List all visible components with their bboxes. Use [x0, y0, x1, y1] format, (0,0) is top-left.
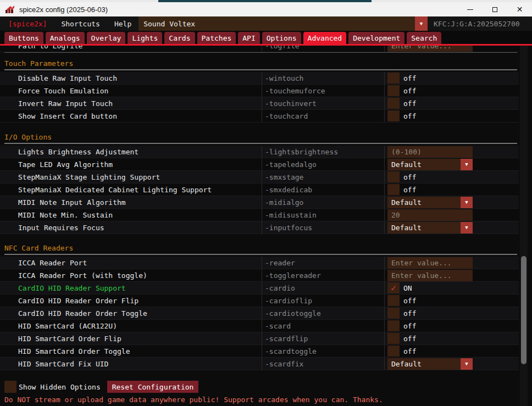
reset-configuration-button[interactable]: Reset Configuration	[107, 381, 199, 393]
row-label: ICCA Reader Port (with toggle)	[0, 269, 262, 281]
clipped-row: Path to Logfile -logfile Enter value...	[0, 46, 532, 52]
table-row: HID SmartCard Order Flip -scardflip off	[0, 332, 519, 345]
checkbox-state-label: off	[403, 99, 416, 108]
menu-item-game[interactable]: Sound Voltex	[138, 16, 415, 31]
chevron-down-icon[interactable]: ▼	[461, 197, 473, 208]
text-input[interactable]: (0-100)	[387, 146, 473, 158]
checkbox-state-label: off	[403, 309, 416, 318]
row-label: CardIO HID Reader Support	[0, 282, 262, 294]
row-param: -inputfocus	[262, 221, 385, 233]
checkbox[interactable]	[387, 184, 400, 195]
menu-item-shortcuts[interactable]: Shortcuts	[54, 16, 107, 31]
checkbox[interactable]	[387, 308, 400, 319]
tab-analogs[interactable]: Analogs	[46, 32, 85, 44]
row-param: -midisustain	[262, 209, 385, 221]
dropdown[interactable]: Default▼	[387, 159, 473, 170]
row-separator	[4, 52, 517, 53]
checkbox[interactable]	[387, 333, 400, 344]
checkbox[interactable]	[387, 73, 400, 84]
minimize-button[interactable]	[458, 2, 483, 16]
row-label: Force Touch Emulation	[0, 85, 262, 97]
row-param: -lightsbrightness	[262, 146, 385, 158]
scrollbar-thumb[interactable]	[521, 256, 527, 364]
checkbox-state-label: off	[403, 173, 416, 181]
row-label: Show Insert Card button	[0, 110, 262, 122]
row-param: -touchinvert	[262, 97, 385, 109]
checkbox[interactable]	[387, 320, 400, 331]
menu-item-spice2x[interactable]: [spice2x]	[0, 16, 54, 31]
row-param: -reader	[262, 257, 385, 269]
section-header-io-options: I/O Options	[0, 132, 532, 143]
window-title: spice2x config (2025-06-03)	[19, 5, 108, 14]
row-param: -scardtoggle	[262, 345, 385, 357]
check-icon: ✓	[391, 283, 396, 293]
checkbox-state-label: off	[403, 297, 416, 305]
table-row: ICCA Reader Port -reader Enter value...	[0, 257, 519, 269]
text-input[interactable]: Enter value...	[387, 257, 473, 269]
checkbox[interactable]	[387, 110, 400, 121]
dropdown[interactable]: Default▼	[387, 197, 473, 208]
row-param: -wintouch	[262, 72, 385, 84]
close-button[interactable]: ✕	[507, 2, 532, 16]
tab-lights[interactable]: Lights	[128, 32, 162, 44]
section-rows: Lights Brightness Adjustment -lightsbrig…	[0, 146, 519, 234]
tab-advanced[interactable]: Advanced	[303, 32, 347, 44]
section-rule	[4, 69, 517, 70]
row-label: HID SmartCard Order Flip	[0, 332, 262, 344]
chevron-down-icon[interactable]: ▼	[461, 358, 473, 370]
chevron-down-icon[interactable]: ▼	[461, 222, 473, 233]
checkbox[interactable]	[387, 85, 400, 96]
tab-overlay[interactable]: Overlay	[87, 32, 126, 44]
table-row: Invert Raw Input Touch -touchinvert off	[0, 97, 519, 110]
section-header-nfc-card-readers: NFC Card Readers	[0, 243, 532, 254]
row-label: HID SmartCard Order Toggle	[0, 345, 262, 357]
row-label: HID SmartCard (ACR122U)	[0, 320, 262, 332]
bottom-bar: Show Hidden Options Reset Configuration	[0, 381, 532, 393]
tab-buttons[interactable]: Buttons	[4, 32, 43, 44]
tab-development[interactable]: Development	[348, 32, 404, 44]
checkbox[interactable]	[387, 346, 400, 357]
row-label: ICCA Reader Port	[0, 257, 262, 269]
checkbox-state-label: off	[403, 347, 416, 355]
dropdown[interactable]: Default▼	[387, 222, 473, 233]
section-rows: ICCA Reader Port -reader Enter value... …	[0, 257, 519, 370]
scrollbar-track[interactable]	[520, 46, 528, 406]
text-input[interactable]: 20	[387, 209, 473, 221]
tab-search[interactable]: Search	[407, 32, 441, 44]
checkbox[interactable]	[387, 98, 400, 109]
menu-item-help[interactable]: Help	[107, 16, 138, 31]
table-row: CardIO HID Reader Order Flip -cardioflip…	[0, 294, 519, 307]
app-window: spice2x config (2025-06-03) ✕ [spice2x] …	[0, 0, 532, 406]
row-param: -smxstage	[262, 171, 385, 183]
tab-bar: Buttons Analogs Overlay Lights Cards Pat…	[0, 31, 532, 46]
tab-cards[interactable]: Cards	[164, 32, 195, 44]
tab-api[interactable]: API	[238, 32, 259, 44]
row-param: -scardflip	[262, 332, 385, 344]
maximize-button[interactable]	[483, 2, 507, 16]
text-input[interactable]: Enter value...	[387, 270, 473, 281]
row-label: MIDI Note Min. Sustain	[0, 209, 262, 221]
text-input[interactable]: Enter value...	[387, 46, 473, 52]
table-row: Lights Brightness Adjustment -lightsbrig…	[0, 146, 519, 158]
checkbox[interactable]	[387, 171, 400, 182]
tab-patches[interactable]: Patches	[197, 32, 236, 44]
checkbox-checked[interactable]: ✓	[387, 282, 400, 293]
game-dropdown-button[interactable]: ▼	[415, 16, 428, 31]
row-param: -scardfix	[262, 358, 385, 370]
dropdown[interactable]: Default▼	[387, 358, 473, 370]
row-label: Disable Raw Input Touch	[0, 72, 262, 84]
checkbox-state-label: off	[403, 87, 416, 95]
title-bar: spice2x config (2025-06-03) ✕	[0, 2, 532, 16]
show-hidden-options-checkbox[interactable]	[4, 381, 16, 393]
table-row: Show Insert Card button -touchcard off	[0, 110, 519, 123]
tab-options[interactable]: Options	[262, 32, 301, 44]
row-label: Invert Raw Input Touch	[0, 97, 262, 109]
checkbox-state-label: off	[403, 186, 416, 194]
background-screen-strip	[0, 0, 532, 2]
table-row: HID SmartCard (ACR122U) -scard off	[0, 320, 519, 332]
section-rule	[4, 254, 517, 255]
chevron-down-icon[interactable]: ▼	[461, 159, 473, 170]
checkbox-state-label: off	[403, 112, 416, 120]
checkbox[interactable]	[387, 295, 400, 306]
footer-notice: Do NOT stream or upload game data anywhe…	[0, 396, 532, 404]
